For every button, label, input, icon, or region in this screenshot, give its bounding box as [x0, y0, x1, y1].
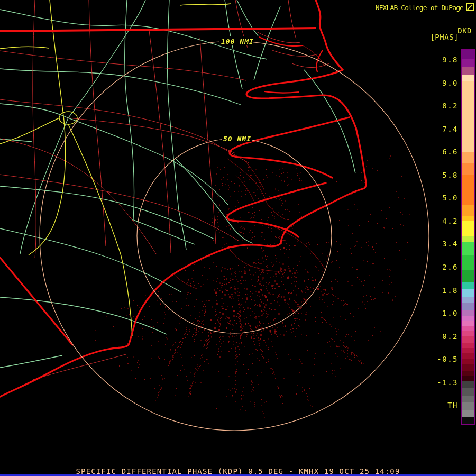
bottom-bar — [0, 474, 476, 476]
colorbar-segment — [462, 321, 474, 326]
colorbar-segment — [462, 81, 474, 152]
colorbar-segment — [462, 59, 474, 67]
colorbar-segment — [462, 289, 474, 297]
ring-100nmi — [40, 41, 429, 431]
colorbar-segment — [462, 353, 474, 359]
colorbar-segment — [462, 364, 474, 371]
product-code: DKD — [457, 26, 472, 35]
product-units: [PHAS] — [430, 33, 459, 41]
marsh-detail — [173, 45, 325, 289]
radar-display: 100 NMI 50 NMI NEXLAB-College of DuPage … — [0, 0, 476, 476]
colorbar-segment — [462, 236, 474, 242]
colorbar-segment — [462, 396, 474, 402]
ring-label-100nmi: 100 NMI — [221, 38, 254, 45]
colorbar-segment — [462, 348, 474, 353]
range-rings: 100 NMI 50 NMI — [40, 36, 429, 431]
colorbar-segment — [462, 326, 474, 331]
colorbar-segment — [462, 50, 474, 59]
colorbar-segment — [462, 388, 474, 396]
colorbar-segment — [462, 310, 474, 316]
colorbar — [461, 49, 475, 425]
colorbar-segment — [462, 67, 474, 75]
roads-yellow — [0, 0, 231, 336]
colorbar-segment — [462, 303, 474, 310]
colorbar-segment — [462, 359, 474, 364]
colorbar-segment — [462, 221, 474, 236]
colorbar-segment — [462, 402, 474, 410]
colorbar-segment — [462, 376, 474, 381]
ring-50nmi — [137, 139, 332, 333]
colorbar-segment — [462, 410, 474, 417]
colorbar-segment — [462, 331, 474, 336]
colorbar-segment — [462, 242, 474, 255]
colorbar-segment — [462, 175, 474, 205]
colorbar-segment — [462, 255, 474, 270]
roads-red — [0, 0, 329, 380]
colorbar-segment — [462, 297, 474, 303]
colorbar-segment — [462, 282, 474, 289]
colorbar-segment — [462, 316, 474, 321]
colorbar-segment — [462, 163, 474, 175]
colorbar-segment — [462, 371, 474, 376]
cod-box-slash-icon — [465, 3, 474, 12]
colorbar-segment — [462, 417, 474, 424]
map-overlay: 100 NMI 50 NMI — [0, 0, 476, 463]
colorbar-segment — [462, 381, 474, 388]
colorbar-segment — [462, 343, 474, 348]
colorbar-segment — [462, 336, 474, 343]
colorbar-segment — [462, 75, 474, 81]
site-title: NEXLAB-College of DuPage — [376, 4, 463, 12]
state-line-nc-sc — [0, 258, 72, 345]
colorbar-segment — [462, 205, 474, 216]
ring-label-50nmi: 50 NMI — [223, 135, 251, 143]
roads-green — [0, 0, 355, 368]
colorbar-segment — [462, 270, 474, 282]
colorbar-segment — [462, 152, 474, 163]
colorbar-segment — [462, 216, 474, 221]
coastline — [0, 0, 366, 397]
